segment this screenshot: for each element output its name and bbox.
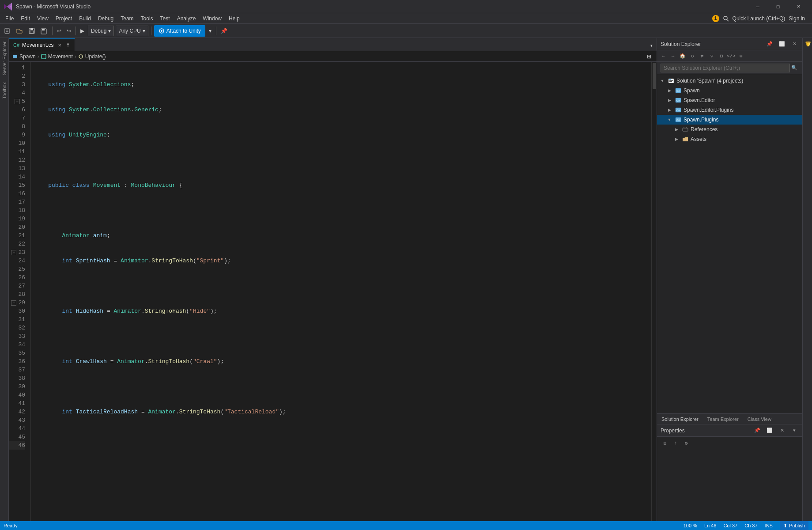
quick-launch[interactable]: Quick Launch (Ctrl+Q) [733,15,786,22]
tree-references[interactable]: ▶ References [657,125,802,134]
redo-btn[interactable]: ↪ [65,26,73,36]
tab-solution-explorer[interactable]: Solution Explorer [657,414,703,424]
svg-rect-21 [669,81,672,82]
tree-assets[interactable]: ▶ Assets [657,134,802,144]
sep4 [216,26,216,35]
platform-dropdown[interactable]: Any CPU ▾ [116,26,148,36]
open-file-btn[interactable] [14,26,25,36]
properties-header: Properties 📌 ⬜ ✕ ▾ [657,424,802,437]
props-settings-btn[interactable]: ⚙ [682,439,691,447]
line-num-44: 44 [9,424,25,433]
tab-close-btn[interactable]: ✕ [56,42,63,49]
se-back-btn[interactable]: ← [659,52,668,61]
expand-assets[interactable]: ▶ [673,136,680,143]
se-close-btn[interactable]: ✕ [790,40,799,49]
se-search-icon[interactable]: 🔍 [790,64,799,72]
breadcrumb-method[interactable]: Update() [78,53,106,60]
minimize-button[interactable]: ─ [748,0,768,13]
code-content[interactable]: using System.Collections; using System.C… [31,62,651,521]
status-col: Col 37 [723,523,737,528]
expand-spawn-editor[interactable]: ▶ [666,97,673,104]
new-file-btn[interactable] [2,26,12,36]
start-btn[interactable]: ▶ [79,26,86,36]
props-close-btn[interactable]: ✕ [778,426,786,435]
se-collapse-btn[interactable]: ⊟ [717,52,726,61]
props-sort-btn[interactable]: ↕ [671,439,680,447]
breadcrumb: Spawn › Movement › Update() ⊞ [9,51,657,62]
title-bar: Spawn - Microsoft Visual Studio ─ □ ✕ [0,0,812,13]
menu-tools[interactable]: Tools [137,13,157,24]
se-forward-btn[interactable]: → [668,52,677,61]
menu-window[interactable]: Window [199,13,225,24]
close-button[interactable]: ✕ [788,0,808,13]
notification-badge[interactable]: 1 [712,15,719,22]
tree-spawn-editor-plugins[interactable]: ▶ C# Spawn.Editor.Plugins [657,105,802,115]
code-line-16 [34,458,648,466]
props-pin-btn[interactable]: 📌 [753,426,762,435]
menu-analyze[interactable]: Analyze [174,13,200,24]
se-refresh-btn[interactable]: ↻ [688,52,697,61]
props-categories-btn[interactable]: ⊞ [661,439,669,447]
menu-view[interactable]: View [34,13,52,24]
menu-test[interactable]: Test [157,13,174,24]
tab-team-explorer[interactable]: Team Explorer [703,414,743,424]
debug-dropdown[interactable]: Debug ▾ [88,26,114,36]
menu-build[interactable]: Build [76,13,94,24]
tab-class-view[interactable]: Class View [743,414,776,424]
tree-spawn-plugins[interactable]: ▼ C# Spawn.Plugins [657,115,802,125]
menu-project[interactable]: Project [52,13,76,24]
toolbox-tab[interactable]: Toolbox [0,79,9,102]
menu-edit[interactable]: Edit [17,13,34,24]
breadcrumb-project[interactable]: Spawn [12,53,36,60]
se-code-btn[interactable]: </> [727,52,736,61]
status-ready: Ready [4,523,18,528]
line-num-46: 46 [9,441,25,450]
save-all-btn[interactable] [39,26,49,36]
se-settings-btn[interactable]: ⚙ [736,52,745,61]
tree-solution[interactable]: ▼ Solution 'Spawn' (4 projects) [657,76,802,86]
maximize-button[interactable]: □ [768,0,788,13]
line-num-25: 25 [9,265,25,273]
se-float-btn[interactable]: ⬜ [778,40,786,49]
class-icon [41,54,46,59]
scroll-thumb[interactable] [653,63,656,89]
tree-spawn[interactable]: ▶ C# Spawn [657,86,802,95]
expand-spawn-plugins[interactable]: ▼ [666,116,673,123]
editor-scrollbar[interactable] [651,62,657,521]
split-editor-btn[interactable]: ⊞ [645,51,653,62]
expand-solution[interactable]: ▼ [659,77,666,84]
properties-panel: Properties 📌 ⬜ ✕ ▾ ⊞ ↕ ⚙ [657,424,802,521]
tab-list-btn[interactable]: ▾ [648,40,655,51]
tab-movement-cs[interactable]: C# Movement.cs ✕ [9,38,75,51]
se-filter-btn[interactable]: ▽ [707,52,716,61]
server-explorer-tab[interactable]: Server Explorer [0,38,9,79]
svg-point-17 [79,55,83,58]
se-pin-btn[interactable]: 📌 [765,40,774,49]
attach-unity-btn[interactable]: Attach to Unity [154,25,205,37]
menu-help[interactable]: Help [225,13,243,24]
props-collapse-btn[interactable]: ▾ [790,426,799,435]
expand-references[interactable]: ▶ [673,126,680,133]
se-sync-btn[interactable]: ⇄ [698,52,706,61]
save-btn[interactable] [26,26,37,36]
notifications-tab[interactable]: 🔔 [804,38,811,51]
line-num-45: 45 [9,433,25,441]
props-float-btn[interactable]: ⬜ [765,426,774,435]
menu-team[interactable]: Team [117,13,137,24]
se-search-input[interactable] [661,64,790,72]
status-publish[interactable]: ⬆ Publish [780,521,808,530]
toolbar-extra1[interactable]: 📌 [219,26,229,36]
menu-debug[interactable]: Debug [94,13,117,24]
line-num-33: 33 [9,332,25,341]
se-properties-btn[interactable]: 🏠 [678,52,687,61]
right-panel: Solution Explorer 📌 ⬜ ✕ ← → 🏠 ↻ ⇄ ▽ ⊟ </… [657,38,802,521]
toolbar-more-btn[interactable]: ▾ [207,26,213,36]
tree-spawn-editor[interactable]: ▶ C# Spawn.Editor [657,95,802,105]
search-btn[interactable] [721,13,731,24]
breadcrumb-class[interactable]: Movement [41,53,73,60]
expand-spawn-editor-plugins[interactable]: ▶ [666,106,673,114]
sign-in-btn[interactable]: Sign in [787,13,807,24]
undo-btn[interactable]: ↩ [55,26,63,36]
menu-file[interactable]: File [2,13,17,24]
expand-spawn[interactable]: ▶ [666,87,673,94]
